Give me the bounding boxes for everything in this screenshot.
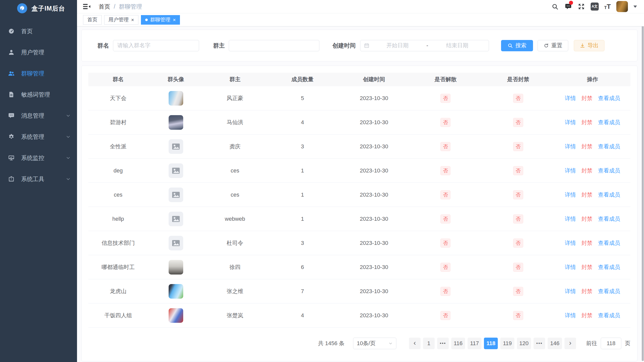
ban-link[interactable]: 封禁	[581, 119, 592, 126]
ban-link[interactable]: 封禁	[581, 215, 592, 223]
sidebar-collapse-icon[interactable]	[83, 3, 91, 10]
page-button[interactable]: 1	[423, 338, 435, 349]
cell-group-owner: 马仙洪	[204, 119, 266, 126]
refresh-icon	[544, 43, 549, 48]
group-avatar-image	[169, 260, 183, 275]
message-icon[interactable]	[564, 3, 572, 10]
date-separator: -	[425, 42, 429, 49]
cell-group-avatar	[148, 260, 204, 275]
sidebar-item-sensitive-words[interactable]: 敏感词管理	[0, 87, 77, 102]
detail-link[interactable]: 详情	[565, 95, 576, 102]
view-members-link[interactable]: 查看成员	[598, 263, 620, 271]
cell-created-time: 2023-10-30	[339, 312, 409, 319]
cell-group-avatar	[148, 212, 204, 226]
ban-link[interactable]: 封禁	[581, 288, 592, 295]
search-button[interactable]: 搜索	[501, 40, 533, 51]
export-button[interactable]: 导出	[574, 40, 604, 51]
view-members-link[interactable]: 查看成员	[598, 191, 620, 199]
chevron-down-icon	[66, 134, 70, 139]
search-icon[interactable]	[551, 3, 559, 10]
cell-actions: 详情 封禁 查看成员	[554, 143, 630, 150]
sidebar-item-system-tools[interactable]: 系统工具	[0, 172, 77, 186]
cell-banned: 否	[482, 94, 555, 103]
ban-link[interactable]: 封禁	[581, 167, 592, 174]
detail-link[interactable]: 详情	[565, 288, 576, 295]
view-members-link[interactable]: 查看成员	[598, 119, 620, 126]
cell-group-owner: 张之维	[204, 288, 266, 295]
sidebar-item-user-management[interactable]: 用户管理	[0, 45, 77, 59]
ban-link[interactable]: 封禁	[581, 312, 592, 319]
tab-label: 群聊管理	[150, 16, 170, 23]
cell-member-count: 1	[266, 167, 339, 174]
font-size-icon[interactable]: TT	[604, 3, 611, 10]
ban-link[interactable]: 封禁	[581, 143, 592, 150]
cell-actions: 详情 封禁 查看成员	[554, 312, 630, 319]
page-ellipsis[interactable]: •••	[437, 338, 449, 349]
group-name-input[interactable]	[113, 40, 199, 51]
chevron-down-icon	[66, 156, 70, 160]
view-members-link[interactable]: 查看成员	[598, 288, 620, 295]
ban-link[interactable]: 封禁	[581, 191, 592, 199]
cell-group-avatar	[148, 236, 204, 250]
sidebar: 盒子IM后台 首页 用户管理 群聊管理 敏感词管理 消息管理 系统管理 系统监控…	[0, 0, 77, 362]
cell-banned: 否	[482, 214, 555, 223]
tab-close-icon[interactable]: ×	[131, 17, 134, 22]
fullscreen-icon[interactable]	[578, 3, 585, 10]
view-members-link[interactable]: 查看成员	[598, 95, 620, 102]
ban-link[interactable]: 封禁	[581, 95, 592, 102]
translate-icon[interactable]: A文	[591, 3, 599, 11]
detail-link[interactable]: 详情	[565, 119, 576, 126]
group-owner-input[interactable]	[229, 40, 319, 51]
cell-created-time: 2023-10-30	[339, 167, 409, 174]
page-ellipsis[interactable]: •••	[534, 338, 545, 349]
page-button[interactable]: 119	[500, 338, 514, 349]
view-members-link[interactable]: 查看成员	[598, 143, 620, 150]
sidebar-item-system-management[interactable]: 系统管理	[0, 130, 77, 144]
sidebar-item-message-management[interactable]: 消息管理	[0, 109, 77, 123]
sidebar-item-label: 敏感词管理	[21, 91, 66, 99]
sidebar-item-label: 用户管理	[21, 49, 66, 56]
page-button[interactable]: 120	[517, 338, 531, 349]
sidebar-item-system-monitor[interactable]: 系统监控	[0, 151, 77, 165]
ban-link[interactable]: 封禁	[581, 239, 592, 247]
breadcrumb-home[interactable]: 首页	[99, 3, 110, 11]
page-button[interactable]: 116	[451, 338, 465, 349]
table-row: 全性派 龚庆 3 2023-10-30 否 否 详情 封禁 查看成员	[88, 134, 630, 159]
detail-link[interactable]: 详情	[565, 215, 576, 223]
prev-page-button[interactable]: ‹	[409, 338, 421, 349]
next-page-button[interactable]: ›	[564, 338, 576, 349]
view-members-link[interactable]: 查看成员	[598, 167, 620, 174]
detail-link[interactable]: 详情	[565, 167, 576, 174]
dissolved-badge: 否	[440, 287, 450, 296]
tab-home[interactable]: 首页	[83, 15, 102, 25]
sidebar-item-home[interactable]: 首页	[0, 24, 77, 38]
sidebar-item-label: 系统监控	[21, 154, 66, 162]
detail-link[interactable]: 详情	[565, 239, 576, 247]
page-button[interactable]: 117	[468, 338, 481, 349]
tab-close-icon[interactable]: ×	[173, 17, 176, 22]
detail-link[interactable]: 详情	[565, 263, 576, 271]
page-button-active[interactable]: 118	[484, 338, 498, 349]
tab-group-chat-management[interactable]: 群聊管理 ×	[141, 15, 180, 25]
reset-button[interactable]: 重置	[538, 40, 568, 51]
goto-page-input[interactable]	[601, 338, 621, 349]
tab-user-management[interactable]: 用户管理 ×	[104, 15, 138, 25]
detail-link[interactable]: 详情	[565, 312, 576, 319]
download-icon	[580, 43, 585, 48]
avatar[interactable]	[616, 1, 628, 12]
view-members-link[interactable]: 查看成员	[598, 239, 620, 247]
ban-link[interactable]: 封禁	[581, 263, 592, 271]
page-size-select[interactable]: 10条/页	[353, 338, 396, 349]
user-menu-caret-icon[interactable]	[633, 6, 637, 8]
view-members-link[interactable]: 查看成员	[598, 312, 620, 319]
detail-link[interactable]: 详情	[565, 143, 576, 150]
detail-link[interactable]: 详情	[565, 191, 576, 199]
sidebar-item-group-chat-management[interactable]: 群聊管理	[0, 66, 77, 80]
table-row: 信息技术部门 杜司令 3 2023-10-30 否 否 详情 封禁 查看成员	[88, 231, 630, 255]
page-button[interactable]: 146	[548, 338, 562, 349]
image-placeholder-icon	[171, 214, 180, 223]
scrollbar[interactable]	[642, 15, 644, 361]
banned-badge: 否	[513, 190, 523, 199]
date-range-picker[interactable]: 开始日期 - 结束日期	[360, 40, 489, 51]
view-members-link[interactable]: 查看成员	[598, 215, 620, 223]
